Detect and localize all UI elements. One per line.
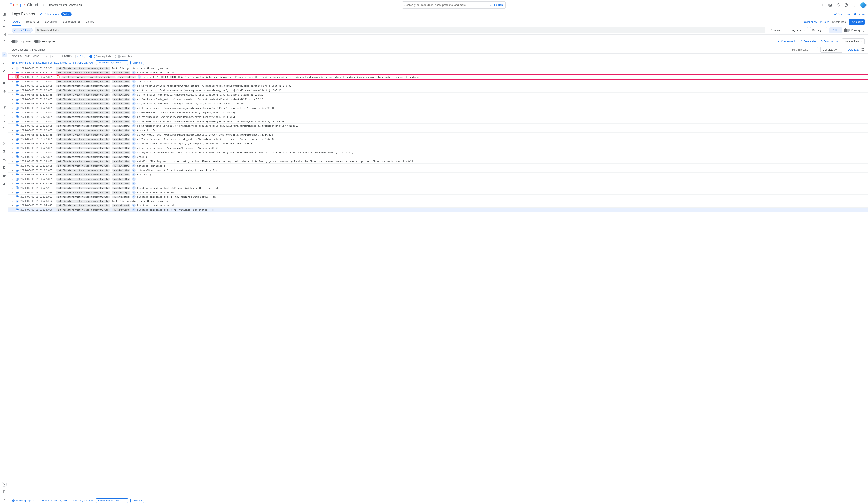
run-query-button[interactable]: Run query <box>849 19 865 25</box>
expand-chevron-icon[interactable]: › <box>12 93 14 96</box>
function-name-pill[interactable]: ext-firestore-vector-search-queryOnWrite <box>56 67 110 70</box>
execution-id-pill[interactable]: ouwh4vv2bf8w <box>112 80 131 83</box>
expand-chevron-icon[interactable]: › <box>12 120 14 123</box>
log-row[interactable]: ›2024-05-03 09:52:22.805ext-firestore-ve… <box>9 79 868 84</box>
nav-chart-icon[interactable] <box>2 44 7 49</box>
execution-id-pill[interactable]: ouwh4vv2bf8w <box>112 84 131 87</box>
nav-trace-icon[interactable] <box>2 61 7 65</box>
expand-chevron-icon[interactable]: › <box>12 187 14 189</box>
hamburger-menu[interactable] <box>2 2 7 8</box>
histogram-toggle[interactable] <box>35 40 41 43</box>
expand-chevron-icon[interactable]: › <box>12 196 14 198</box>
tab-recent[interactable]: Recent (1) <box>25 18 40 26</box>
find-input[interactable] <box>792 48 817 51</box>
log-row[interactable]: ›2024-05-03 09:52:22.916ext-firestore-ve… <box>9 190 868 195</box>
tz-chip[interactable]: CEST <box>32 54 43 58</box>
log-row[interactable]: ›2024-05-03 09:52:22.805ext-firestore-ve… <box>9 102 868 106</box>
nav-book-icon[interactable] <box>2 133 7 138</box>
correlate-dropdown[interactable]: Correlate by <box>820 47 842 53</box>
function-name-pill[interactable]: ext-firestore-vector-search-queryOnWrite <box>56 164 110 167</box>
log-row[interactable]: ›2024-05-03 09:52:22.805ext-firestore-ve… <box>9 119 868 124</box>
log-row[interactable]: ›2024-05-03 09:52:22.933ext-firestore-ve… <box>9 195 868 199</box>
time-range-chip[interactable]: Last 1 hour <box>12 28 33 33</box>
nav-doc-icon[interactable] <box>2 490 7 494</box>
function-name-pill[interactable]: ext-firestore-vector-search-queryOnWrite <box>56 138 110 141</box>
function-name-pill[interactable]: ext-firestore-vector-search-queryOnWrite <box>56 156 110 158</box>
search-button[interactable]: Search <box>487 2 505 9</box>
log-row[interactable]: ›2024-05-03 09:52:22.805ext-firestore-ve… <box>9 168 868 173</box>
function-name-pill[interactable]: ext-firestore-vector-search-queryOnWrite <box>56 111 110 114</box>
expand-chevron-icon[interactable]: › <box>12 89 14 92</box>
gcp-logo[interactable]: Google Cloud <box>9 2 38 7</box>
jump-now-button[interactable]: Jump to now <box>820 40 838 43</box>
expand-chevron-icon[interactable]: › <box>12 156 14 158</box>
expand-chevron-icon[interactable]: › <box>12 204 14 207</box>
query-input[interactable] <box>40 29 763 32</box>
nav-collapse-icon[interactable] <box>2 497 7 502</box>
expand-chevron-icon[interactable]: › <box>12 107 14 110</box>
execution-id-pill[interactable]: ouwh4vv2bf8w <box>112 71 131 74</box>
nav-profiler-icon[interactable] <box>2 113 7 117</box>
log-row[interactable]: ›2024-05-03 09:52:17.394ext-firestore-ve… <box>9 70 868 75</box>
resource-dropdown[interactable]: Resource <box>767 27 786 33</box>
expand-icon[interactable] <box>861 48 865 51</box>
expand-chevron-icon[interactable]: › <box>12 111 14 114</box>
function-name-pill[interactable]: ext-firestore-vector-search-queryOnWrite <box>56 208 110 211</box>
resize-handle[interactable] <box>9 35 868 37</box>
execution-id-pill[interactable]: ouwh4vv2bf8w <box>112 102 131 105</box>
expand-chevron-icon[interactable]: › <box>12 142 14 145</box>
refine-scope[interactable]: Refine scope Project <box>39 12 72 16</box>
log-row[interactable]: ›2024-05-03 09:52:22.805ext-firestore-ve… <box>9 182 868 186</box>
execution-id-pill[interactable]: ouwhrxa5otgx <box>112 196 131 198</box>
learn-link[interactable]: Learn <box>854 12 865 16</box>
nav-groups-icon[interactable] <box>2 105 7 110</box>
execution-id-pill[interactable]: ouwh4vv2bf8w <box>112 182 131 185</box>
expand-chevron-icon[interactable]: › <box>12 173 14 176</box>
function-name-pill[interactable]: ext-firestore-vector-search-queryOnWrite <box>61 76 116 79</box>
function-name-pill[interactable]: ext-firestore-vector-search-queryOnWrite <box>56 129 110 132</box>
log-row[interactable]: ›2024-05-03 09:52:22.805ext-firestore-ve… <box>9 146 868 150</box>
function-name-pill[interactable]: ext-firestore-vector-search-queryOnWrite <box>56 93 110 96</box>
severity-dropdown[interactable]: Severity <box>810 27 827 33</box>
log-row[interactable]: ›2024-05-03 09:52:22.805ext-firestore-ve… <box>9 88 868 93</box>
clear-query-button[interactable]: Clear query <box>800 21 817 23</box>
tab-query[interactable]: Query <box>12 18 21 26</box>
user-avatar[interactable] <box>860 2 866 8</box>
nav-logs-icon[interactable] <box>2 52 7 57</box>
function-name-pill[interactable]: ext-firestore-vector-search-queryOnWrite <box>56 120 110 123</box>
expand-chevron-icon[interactable]: › <box>12 116 14 119</box>
cloud-shell-icon[interactable] <box>828 3 833 7</box>
edit-time-button[interactable]: Edit time <box>131 61 144 65</box>
notifications-icon[interactable] <box>836 3 840 7</box>
expand-chevron-icon[interactable]: › <box>12 133 14 136</box>
log-row[interactable]: ›2024-05-03 09:52:24.045ext-firestore-ve… <box>9 203 868 208</box>
execution-id-pill[interactable]: ouwhrxa5otgx <box>112 191 131 194</box>
nav-uptime-icon[interactable] <box>2 89 7 93</box>
function-name-pill[interactable]: ext-firestore-vector-search-queryOnWrite <box>56 191 110 194</box>
execution-id-pill[interactable]: ouwh4vv2bf8w <box>112 133 131 136</box>
logname-dropdown[interactable]: Log name <box>788 27 808 33</box>
log-row[interactable]: ›2024-05-03 09:52:22.805ext-firestore-ve… <box>9 110 868 115</box>
global-search-input[interactable] <box>402 3 487 7</box>
function-name-pill[interactable]: ext-firestore-vector-search-queryOnWrite <box>56 124 110 127</box>
function-name-pill[interactable]: ext-firestore-vector-search-queryOnWrite <box>56 116 110 119</box>
execution-id-pill[interactable]: ouwh4vv2bf8w <box>112 160 131 163</box>
summary-fields-toggle[interactable]: Summary fields <box>90 55 111 58</box>
download-button[interactable]: Download <box>845 48 859 51</box>
more-actions-dropdown[interactable]: More actions <box>842 39 865 44</box>
log-row[interactable]: ›2024-05-03 09:52:22.805ext-firestore-ve… <box>9 177 868 182</box>
execution-id-pill[interactable]: ouwh4vv2bf8w <box>112 173 131 176</box>
nav-copy-icon[interactable] <box>2 165 7 170</box>
log-row[interactable]: ›2024-05-03 09:52:22.805ext-firestore-ve… <box>9 137 868 142</box>
log-row[interactable]: ›2024-05-03 09:52:22.805ext-firestore-ve… <box>9 142 868 146</box>
expand-chevron-icon[interactable]: › <box>12 98 14 101</box>
logfields-toggle[interactable] <box>12 40 18 43</box>
create-metric-button[interactable]: Create metric <box>778 40 796 43</box>
execution-id-pill[interactable]: ouwh4vv2bf8w <box>112 107 131 110</box>
nav-list-icon[interactable] <box>2 149 7 154</box>
log-row[interactable]: ›2024-05-03 09:52:17.309ext-firestore-ve… <box>9 66 868 70</box>
expand-chevron-icon[interactable]: › <box>12 71 14 74</box>
more-icon[interactable] <box>852 3 857 7</box>
nav-alert-icon[interactable] <box>2 81 7 85</box>
expand-chevron-icon[interactable]: › <box>12 147 14 150</box>
